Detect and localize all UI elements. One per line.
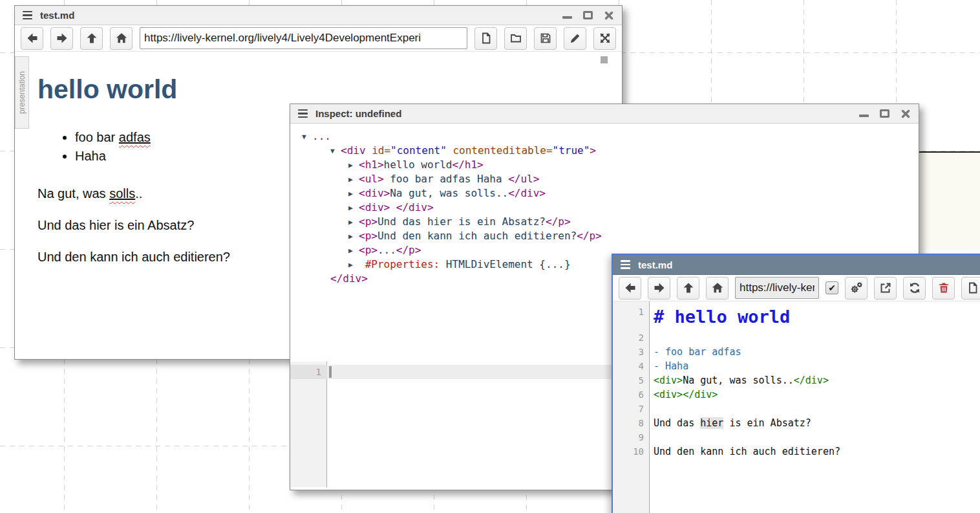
expand-arrow-icon[interactable]: ▶ <box>348 173 359 187</box>
note-card <box>909 151 980 250</box>
line-number: 8 <box>613 416 650 430</box>
window-markdown-editor: test.md <box>612 254 980 513</box>
close-icon[interactable] <box>900 109 911 119</box>
scrollbar-thumb[interactable] <box>601 56 608 63</box>
window2-title: Inspect: undefined <box>315 108 401 119</box>
window1-titlebar[interactable]: test.md <box>15 6 622 25</box>
expand-button[interactable] <box>593 27 616 50</box>
folder-button[interactable] <box>504 27 527 50</box>
save-button[interactable] <box>534 27 557 50</box>
maximize-icon[interactable] <box>880 109 889 118</box>
editor-line: 3- foo bar adfas <box>613 345 980 359</box>
expand-arrow-icon[interactable]: ▶ <box>348 158 359 173</box>
expand-arrow-icon[interactable]: ▼ <box>302 130 312 144</box>
refresh-button[interactable] <box>903 277 926 300</box>
annotation-tab: presentation <box>15 56 29 129</box>
line-number: 3 <box>613 345 650 359</box>
up-button[interactable] <box>677 277 699 300</box>
editor-line: 1# hello world <box>613 305 980 331</box>
url-input[interactable] <box>735 277 819 299</box>
window1-title: test.md <box>40 10 74 21</box>
open-external-button[interactable] <box>874 277 897 300</box>
up-button[interactable] <box>80 27 103 50</box>
expand-arrow-icon[interactable]: ▶ <box>348 244 359 258</box>
expand-arrow-icon[interactable]: ▶ <box>348 230 359 244</box>
editor-line: 7 <box>613 402 980 416</box>
preview-heading: hello world <box>37 74 609 105</box>
back-button[interactable] <box>21 27 43 50</box>
editor-line: 8Und das hier is ein Absatz? <box>613 416 980 430</box>
tree-line[interactable]: ▶<div> </div> <box>290 201 919 215</box>
expand-arrow-icon[interactable]: ▶ <box>348 215 359 230</box>
edit-button[interactable] <box>564 27 586 50</box>
desktop: test.md <box>0 0 980 513</box>
tree-line[interactable]: ▶<h1>hello world</h1> <box>290 158 919 172</box>
menu-icon[interactable] <box>621 260 630 269</box>
line-number: 10 <box>613 444 650 459</box>
editor-line: 5<div>Na gut, was solls..</div> <box>613 373 980 387</box>
delete-button[interactable] <box>932 277 955 300</box>
expand-arrow-icon[interactable]: ▶ <box>348 201 359 215</box>
forward-button[interactable] <box>648 277 670 300</box>
menu-icon[interactable] <box>298 109 308 118</box>
window1-toolbar <box>15 25 622 52</box>
home-button[interactable] <box>110 27 133 50</box>
line-number: 1 <box>613 305 650 331</box>
window3-title: test.md <box>638 259 672 270</box>
tree-line[interactable]: ▶<p>Und das hier is ein Absatz?</p> <box>290 215 919 229</box>
expand-arrow-icon[interactable]: ▶ <box>348 258 359 272</box>
line-number: 1 <box>290 365 327 379</box>
line-number: 6 <box>613 387 650 402</box>
expand-arrow-icon[interactable]: ▼ <box>330 144 341 158</box>
settings-button[interactable] <box>845 277 868 300</box>
maximize-icon[interactable] <box>583 11 593 19</box>
expand-arrow-icon[interactable]: ▶ <box>348 187 359 201</box>
text-cursor <box>329 366 332 378</box>
new-file-button[interactable] <box>474 27 497 50</box>
close-icon[interactable] <box>604 10 614 21</box>
tree-line[interactable]: ▶<ul> foo bar adfas Haha </ul> <box>290 172 919 186</box>
tree-line[interactable]: ▶<div>Na gut, was solls..</div> <box>290 186 919 201</box>
back-button[interactable] <box>619 277 641 300</box>
editor-line: 9 <box>613 430 980 444</box>
window3-titlebar[interactable]: test.md <box>613 255 980 275</box>
home-button[interactable] <box>706 277 729 300</box>
checkbox-checked-icon[interactable] <box>826 281 838 294</box>
editor-line: 10Und den kann ich auch editieren? <box>613 444 980 459</box>
minimize-icon[interactable] <box>562 12 572 19</box>
markdown-editor[interactable]: 1# hello world23- foo bar adfas4- Haha5<… <box>613 301 980 513</box>
forward-button[interactable] <box>50 27 73 50</box>
editor-line: 2 <box>613 331 980 345</box>
tree-line[interactable]: ▼... <box>290 129 919 144</box>
tree-line[interactable]: ▶<p>Und den kann ich auch editieren?</p> <box>290 229 919 243</box>
line-number: 4 <box>613 359 650 373</box>
line-number: 2 <box>613 331 650 345</box>
tree-line[interactable]: ▼<div id="content" contenteditable="true… <box>290 144 919 158</box>
minimize-icon[interactable] <box>859 111 869 117</box>
line-number: 5 <box>613 373 650 387</box>
editor-line: 4- Haha <box>613 359 980 373</box>
line-number: 7 <box>613 402 650 416</box>
url-input[interactable] <box>140 27 467 49</box>
window3-toolbar <box>613 275 980 301</box>
window2-titlebar[interactable]: Inspect: undefined <box>290 104 919 124</box>
new-file-button[interactable] <box>961 277 980 300</box>
line-number: 9 <box>613 430 650 444</box>
menu-icon[interactable] <box>23 11 32 20</box>
editor-line: 6<div></div> <box>613 387 980 402</box>
